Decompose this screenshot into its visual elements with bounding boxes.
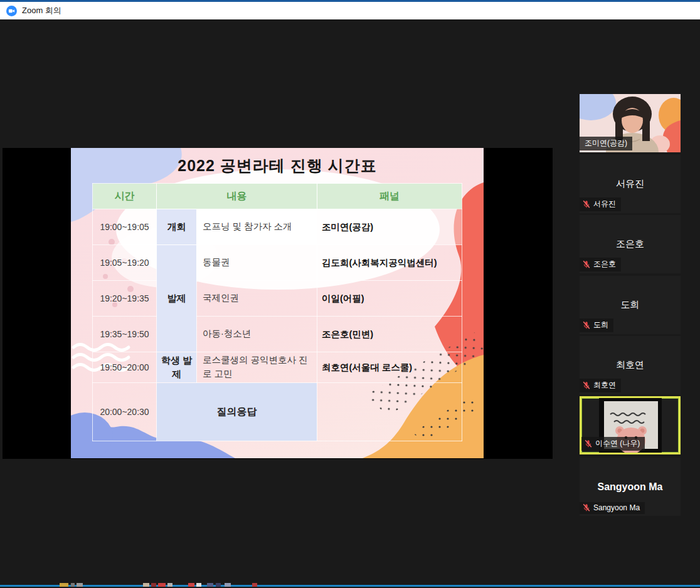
mic-off-icon	[582, 200, 591, 209]
header-panel: 패널	[317, 184, 462, 209]
cell-content: 오프닝 및 참가자 소개	[197, 209, 317, 245]
zoom-app-icon	[6, 6, 17, 16]
screen-share-view: 2022 공변라테 진행 시간표 시간 내용 패널 19:00~19:05 개회…	[3, 148, 553, 459]
mic-off-icon	[582, 260, 591, 269]
cell-category: 학생 발제	[157, 352, 197, 383]
table-row: 19:50~20:00 학생 발제 로스쿨생의 공익변호사 진로 고민 최호연(…	[93, 352, 462, 383]
cell-category: 개회	[157, 209, 197, 245]
header-content: 내용	[157, 184, 317, 209]
participant-name: 조미연(공감)	[585, 138, 627, 149]
participant-tile-joeunho[interactable]: 조은호 조은호	[580, 215, 681, 273]
participant-tile-dohee[interactable]: 도희 도희	[580, 276, 681, 334]
taskbar-icon-sliver	[252, 583, 257, 587]
participant-name-tag: 서유진	[580, 197, 621, 211]
participant-name: 조은호	[593, 259, 616, 270]
taskbar-icon-sliver	[188, 583, 194, 587]
taskbar-icon-sliver	[216, 583, 221, 587]
participant-name: Sangyoon Ma	[593, 503, 640, 512]
window-title: Zoom 회의	[22, 5, 61, 16]
cell-time: 19:50~20:00	[93, 352, 157, 383]
taskbar-icon-sliver	[143, 583, 149, 587]
participant-name: 최호연	[593, 380, 616, 391]
window-titlebar: Zoom 회의	[0, 0, 700, 19]
cell-panel: 최호연(서울대 로스쿨)	[317, 352, 462, 383]
taskbar-icon-sliver	[151, 583, 156, 587]
taskbar-icon-sliver	[196, 583, 201, 587]
cell-content: 아동·청소년	[197, 317, 317, 352]
mic-off-icon	[582, 381, 591, 390]
table-row: 19:20~19:35 국제인권 이일(어필)	[93, 281, 462, 317]
taskbar-icon-sliver	[225, 583, 231, 587]
header-time: 시간	[93, 184, 157, 209]
cell-content: 동물권	[197, 245, 317, 281]
taskbar-top-edge	[0, 585, 700, 587]
participant-name-tag: 이수연 (나우)	[581, 437, 645, 451]
cell-time: 19:35~19:50	[93, 317, 157, 352]
table-row: 19:35~19:50 아동·청소년 조은호(민변)	[93, 317, 462, 352]
cell-category: 발제	[157, 245, 197, 352]
table-row: 19:05~19:20 발제 동물권 김도희(사회복지공익법센터)	[93, 245, 462, 281]
participant-name-tag: Sangyoon Ma	[580, 502, 645, 514]
mic-off-icon	[584, 439, 593, 448]
taskbar-icon-sliver	[167, 583, 172, 587]
taskbar-peek[interactable]	[0, 582, 700, 588]
participant-name: 이수연 (나우)	[595, 438, 640, 449]
cell-panel: 조은호(민변)	[317, 317, 462, 352]
cell-panel: 이일(어필)	[317, 281, 462, 317]
cell-time: 19:20~19:35	[93, 281, 157, 317]
taskbar-icon-sliver	[207, 583, 213, 587]
participant-name: 서유진	[593, 199, 616, 209]
cell-panel	[317, 383, 462, 441]
cell-content: 국제인권	[197, 281, 317, 317]
mic-off-icon	[582, 321, 591, 330]
schedule-table: 시간 내용 패널 19:00~19:05 개회 오프닝 및 참가자 소개 조미연…	[92, 183, 462, 441]
taskbar-icon-sliver	[71, 583, 75, 587]
cell-panel: 조미연(공감)	[317, 209, 462, 245]
participant-name-tag: 조미연(공감)	[580, 137, 632, 150]
participant-tile-seoyujin[interactable]: 서유진 서유진	[580, 155, 681, 213]
slide-title: 2022 공변라테 진행 시간표	[71, 155, 484, 176]
cell-panel: 김도희(사회복지공익법센터)	[317, 245, 462, 281]
participant-name: 도희	[593, 320, 608, 330]
mic-off-icon	[582, 503, 591, 512]
table-row: 20:00~20:30 질의응답	[93, 383, 462, 441]
taskbar-icon-sliver	[60, 583, 68, 587]
shared-slide: 2022 공변라테 진행 시간표 시간 내용 패널 19:00~19:05 개회…	[71, 148, 484, 458]
participant-tile-sangyoon-ma[interactable]: Sangyoon Ma Sangyoon Ma	[580, 458, 681, 516]
taskbar-icon-sliver	[77, 583, 83, 587]
participant-tile-choihoyeon[interactable]: 최호연 최호연	[580, 336, 681, 394]
taskbar-icon-sliver	[158, 583, 166, 587]
schedule-header-row: 시간 내용 패널	[93, 184, 462, 209]
participant-tile-leesuyeon-active-speaker[interactable]: 이수연 (나우)	[580, 396, 681, 454]
cell-time: 19:00~19:05	[93, 209, 157, 245]
table-row: 19:00~19:05 개회 오프닝 및 참가자 소개 조미연(공감)	[93, 209, 462, 245]
participant-name-tag: 조은호	[580, 258, 621, 271]
participant-tile-jomiyeon[interactable]: 조미연(공감)	[580, 94, 681, 152]
cell-time: 19:05~19:20	[93, 245, 157, 281]
participant-name-tag: 최호연	[580, 379, 621, 392]
cell-time: 20:00~20:30	[93, 383, 157, 441]
cell-content: 로스쿨생의 공익변호사 진로 고민	[197, 352, 317, 383]
cell-qa: 질의응답	[157, 383, 317, 441]
participant-name-tag: 도희	[580, 318, 613, 332]
